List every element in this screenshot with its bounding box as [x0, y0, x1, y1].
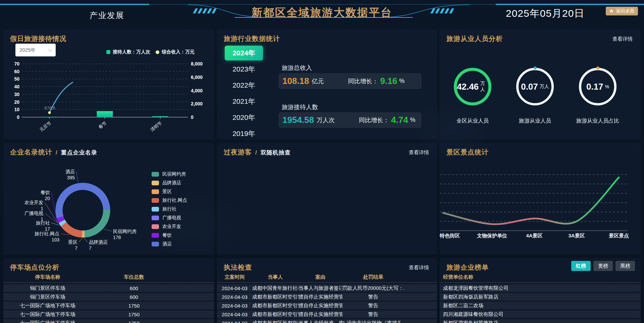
cell: 锦门景区停车场	[3, 294, 92, 300]
donut-legend-item-8[interactable]: 酒店	[152, 242, 187, 246]
stat-value: 108.18	[282, 76, 309, 86]
table-body: 2024-04-03成都中国青年旅行社有...当事人与旅游者签订的...罚款人民…	[217, 284, 437, 323]
cell: 1750	[92, 312, 176, 317]
return-desktop-button[interactable]: 返回桌面	[606, 7, 638, 15]
donut-legend-label: 旅行社	[162, 206, 176, 212]
table-row: 七一国际广场地下停车场1750	[3, 319, 214, 323]
enforcement-table: 立案时间当事人案由处罚结果2024-04-03成都中国青年旅行社有...当事人与…	[217, 258, 437, 323]
enterprise-title-sub[interactable]: 重点企业名录	[61, 149, 97, 156]
cell: 新都区四海饭店新军路店	[440, 294, 620, 300]
legend-item-0[interactable]: 接待人数：万人次	[106, 49, 150, 55]
svg-text:7: 7	[89, 245, 92, 251]
svg-text:40: 40	[14, 84, 19, 89]
donut-legend-label: 餐饮	[162, 232, 172, 238]
svg-text:旅行社: 旅行社	[36, 220, 50, 226]
donut-legend-item-0[interactable]: 民宿网约房	[152, 172, 187, 177]
ring-accent-dot	[534, 66, 537, 70]
stat-label-1: 旅游接待人数	[282, 103, 318, 111]
cell: 2024-04-03	[217, 320, 252, 323]
cell: 1750	[92, 303, 176, 309]
ranking-table: 经营单位名称成都龙泽园餐饮管理有限公司新都区四海饭店新军路店新都区二亩二农场四川…	[440, 258, 641, 323]
svg-text:4A景区: 4A景区	[526, 233, 542, 238]
donut-legend-label: 酒店	[162, 241, 172, 247]
cell: 擅自停止实施经营管理...	[299, 311, 342, 318]
svg-text:6,000: 6,000	[191, 75, 203, 80]
home-icon	[609, 9, 614, 13]
donut-legend-swatch-icon	[152, 224, 159, 229]
svg-text:0: 0	[191, 114, 194, 120]
enterprise-donut-legend: 民宿网约房品牌酒店景区旅行社.网点旅行社广播电视农业开发餐饮酒店	[152, 172, 187, 246]
panel-holiday-title: 假日旅游接待情况	[10, 34, 66, 43]
stat-growth-label: 同比增长：	[359, 116, 389, 124]
donut-legend-label: 民宿网约房	[162, 171, 186, 177]
svg-text:17: 17	[45, 226, 50, 232]
cell: 2024-04-03	[217, 285, 252, 291]
cell: 七一国际广场地下停车场	[3, 320, 92, 323]
cell: 成都市新都区时空引擎...	[252, 311, 299, 318]
cell: 2024-04-03	[217, 312, 252, 317]
year-item-2022年[interactable]: 2022年	[225, 78, 263, 93]
cell: 新都区二亩二农场	[440, 303, 620, 309]
donut-legend-swatch-icon	[152, 198, 159, 203]
cell: 七一国际广场地下停车场	[3, 311, 92, 318]
donut-legend-item-2[interactable]: 景区	[152, 189, 187, 194]
stat-value: 1954.58	[282, 115, 314, 125]
staff-ring-0: 42.46万人	[454, 68, 491, 105]
table-header: 经营单位名称	[440, 273, 641, 283]
svg-text:酒店: 酒店	[65, 169, 75, 174]
column-header: 停车场名称	[3, 274, 92, 280]
year-item-2020年[interactable]: 2020年	[225, 110, 263, 125]
svg-text:春节: 春节	[98, 121, 108, 130]
svg-text:文物保护单位: 文物保护单位	[477, 233, 507, 238]
donut-legend-item-4[interactable]: 旅行社	[152, 207, 187, 212]
stat-growth-value: 9.16	[380, 76, 397, 86]
year-item-2024年[interactable]: 2024年	[225, 46, 263, 60]
stat-card-0: 108.18亿元同比增长：9.16%	[278, 73, 422, 89]
overnight-title-sub[interactable]: 双随机抽查	[261, 149, 291, 156]
holiday-year-select-value: 2025年	[19, 47, 49, 53]
table-body: 成都龙泽园餐饮管理有限公司新都区四海饭店新军路店新都区二亩二农场四川湘庭源味餐饮…	[440, 284, 641, 323]
year-item-2019年[interactable]: 2019年	[225, 126, 263, 139]
overnight-detail-link[interactable]: 查看详情	[409, 149, 429, 156]
donut-legend-label: 品牌酒店	[162, 180, 181, 186]
table-row: 2024-04-03成都市新都区时空引擎...擅自停止实施经营管理...警告	[217, 311, 437, 318]
title-separator: /	[255, 149, 257, 156]
stat-growth-unit: %	[399, 78, 405, 85]
staff-detail-link[interactable]: 查看详情	[612, 36, 633, 42]
svg-text:1: 1	[41, 217, 43, 222]
year-item-2021年[interactable]: 2021年	[225, 94, 263, 109]
svg-text:广播电视: 广播电视	[24, 211, 43, 216]
donut-legend-item-5[interactable]: 广播电视	[152, 216, 187, 220]
donut-legend-item-1[interactable]: 品牌酒店	[152, 181, 187, 185]
cell: 当事人未经批准，擅自...	[299, 320, 342, 323]
svg-text:2,000: 2,000	[191, 101, 203, 106]
legend-item-1[interactable]: 综合收入：万元	[156, 49, 195, 55]
donut-legend-item-7[interactable]: 餐饮	[152, 233, 187, 238]
panel-enterprise-title: 企业名录统计/重点企业名录	[10, 148, 97, 157]
current-date: 2025年05月20日	[506, 7, 584, 20]
parking-table: 停车场名称车位总数锦门景区停车场600锦门景区停车场600七一国际广场地下停车场…	[3, 258, 214, 323]
donut-legend-item-3[interactable]: 旅行社.网点	[152, 198, 187, 203]
year-item-2023年[interactable]: 2023年	[225, 62, 263, 77]
svg-text:20: 20	[45, 196, 50, 201]
svg-text:餐饮: 餐饮	[41, 190, 50, 195]
cell: 当事人与旅游者签订的...	[299, 285, 342, 291]
donut-legend-item-6[interactable]: 农业开发	[152, 224, 187, 229]
column-header: 当事人	[252, 274, 299, 280]
table-row: 七一国际广场地下停车场1750	[3, 302, 214, 309]
table-row: 新都区二亩二农场	[440, 302, 641, 309]
ring-value: 0.17	[586, 82, 603, 92]
table-row: 2024-04-03成都中国青年旅行社有...当事人与旅游者签订的...罚款人民…	[217, 284, 437, 292]
cell: 2024-04-03	[217, 294, 252, 300]
legend-label: 综合收入：万元	[162, 49, 195, 55]
holiday-year-select[interactable]: 2025年	[15, 44, 56, 56]
panel-enterprise-ranking: 旅游企业榜单 红榜黄榜黑榜 经营单位名称成都龙泽园餐饮管理有限公司新都区四海饭店…	[440, 258, 641, 323]
table-row: 四川湘庭源味餐饮有限公司	[440, 311, 641, 318]
panel-scenic-title: 景区景点统计	[446, 148, 489, 157]
staff-ring-2: 0.17%	[579, 68, 616, 105]
panel-staff-title: 旅游从业人员分析	[446, 34, 503, 43]
svg-text:7: 7	[75, 245, 77, 251]
svg-text:178: 178	[113, 235, 121, 240]
title-separator: /	[56, 149, 58, 156]
cell: 锦门景区停车场	[3, 285, 92, 291]
